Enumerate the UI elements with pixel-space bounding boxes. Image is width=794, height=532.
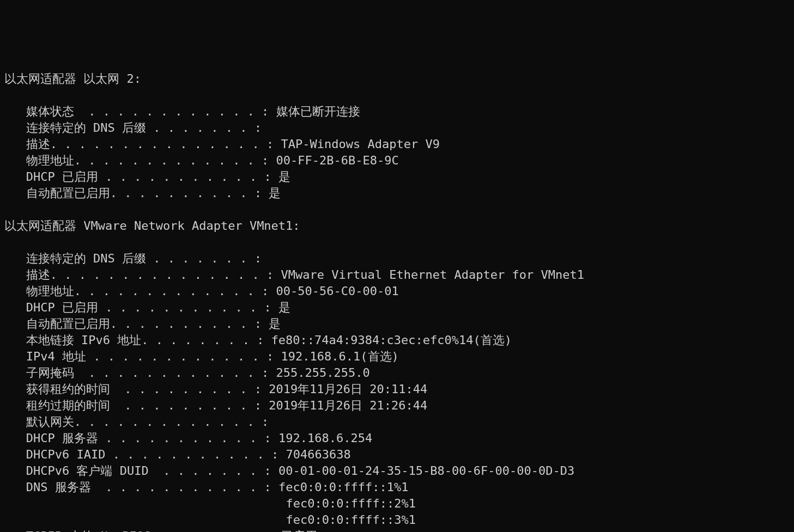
output-row: 子网掩码 . . . . . . . . . . . . : 255.255.2… — [4, 365, 790, 381]
netbios-value: 已启用 — [281, 529, 317, 532]
field-label: DHCPv6 客户端 DUID . . . . . . . : — [4, 464, 278, 478]
output-row: DHCPv6 IAID . . . . . . . . . . . : 7046… — [4, 447, 790, 463]
dhcp-enabled-value: 是 — [278, 170, 290, 184]
subnet-mask-value: 255.255.255.0 — [276, 366, 370, 380]
field-label: 物理地址. . . . . . . . . . . . . : — [4, 284, 276, 298]
output-row: 连接特定的 DNS 后缀 . . . . . . . : — [4, 120, 790, 136]
output-row: DHCP 已启用 . . . . . . . . . . . : 是 — [4, 169, 790, 185]
output-row: TCPIP 上的 NetBIOS . . . . . . . : 已启用 — [4, 528, 790, 532]
dhcpv6-duid-value: 00-01-00-01-24-35-15-B8-00-6F-00-00-0D-D… — [278, 464, 574, 478]
link-local-ipv6-value: fe80::74a4:9384:c3ec:efc0%14(首选) — [271, 333, 512, 347]
output-row: 租约过期的时间 . . . . . . . . . : 2019年11月26日 … — [4, 398, 790, 414]
dns-server-value-continued: fec0:0:0:ffff::3%1 — [4, 512, 790, 528]
field-label: 本地链接 IPv6 地址. . . . . . . . : — [4, 333, 271, 347]
dhcp-enabled-value: 是 — [278, 301, 290, 314]
field-label: 子网掩码 . . . . . . . . . . . . : — [4, 366, 276, 380]
output-row: DHCPv6 客户端 DUID . . . . . . . : 00-01-00… — [4, 463, 790, 479]
adapter-header: 以太网适配器 以太网 2: — [4, 71, 790, 87]
field-label: DHCPv6 IAID . . . . . . . . . . . : — [4, 448, 286, 461]
field-label: DHCP 已启用 . . . . . . . . . . . : — [4, 170, 278, 184]
dhcpv6-iaid-value: 704663638 — [286, 448, 351, 461]
blank-line — [4, 234, 790, 250]
field-label: DHCP 服务器 . . . . . . . . . . . : — [4, 431, 278, 445]
field-label: 自动配置已启用. . . . . . . . . . : — [4, 186, 269, 200]
field-label: 媒体状态 . . . . . . . . . . . . : — [4, 105, 276, 118]
field-label: 获得租约的时间 . . . . . . . . . : — [4, 382, 269, 396]
field-label: 连接特定的 DNS 后缀 . . . . . . . : — [4, 121, 262, 134]
output-row: 本地链接 IPv6 地址. . . . . . . . : fe80::74a4… — [4, 332, 790, 348]
output-row: IPv4 地址 . . . . . . . . . . . . : 192.16… — [4, 348, 790, 365]
output-row: 连接特定的 DNS 后缀 . . . . . . . : — [4, 250, 790, 267]
dhcp-server-value: 192.168.6.254 — [278, 431, 372, 445]
terminal-output[interactable]: 以太网适配器 以太网 2: 媒体状态 . . . . . . . . . . .… — [4, 71, 790, 532]
adapter-header: 以太网适配器 VMware Network Adapter VMnet1: — [4, 218, 790, 234]
lease-obtained-value: 2019年11月26日 20:11:44 — [269, 382, 427, 396]
output-row: 自动配置已启用. . . . . . . . . . : 是 — [4, 185, 790, 201]
field-label: 描述. . . . . . . . . . . . . . . : — [4, 268, 281, 282]
blank-line — [4, 201, 790, 218]
field-label: 默认网关. . . . . . . . . . . . . : — [4, 415, 269, 429]
field-label: DHCP 已启用 . . . . . . . . . . . : — [4, 301, 278, 314]
field-label: 连接特定的 DNS 后缀 . . . . . . . : — [4, 252, 262, 265]
output-row: 描述. . . . . . . . . . . . . . . : TAP-Wi… — [4, 136, 790, 152]
dns-server-value: fec0:0:0:ffff::1%1 — [278, 480, 408, 494]
output-row: 默认网关. . . . . . . . . . . . . : — [4, 414, 790, 430]
output-row: DHCP 服务器 . . . . . . . . . . . : 192.168… — [4, 430, 790, 447]
field-label: IPv4 地址 . . . . . . . . . . . . : — [4, 350, 281, 363]
field-label: 自动配置已启用. . . . . . . . . . : — [4, 317, 269, 331]
lease-expires-value: 2019年11月26日 21:26:44 — [269, 399, 427, 412]
output-row: 获得租约的时间 . . . . . . . . . : 2019年11月26日 … — [4, 381, 790, 398]
field-label: 租约过期的时间 . . . . . . . . . : — [4, 399, 269, 412]
autoconfig-value: 是 — [269, 317, 281, 331]
blank-line — [4, 87, 790, 103]
output-row: 物理地址. . . . . . . . . . . . . : 00-50-56… — [4, 283, 790, 299]
physical-address-value: 00-50-56-C0-00-01 — [276, 284, 399, 298]
field-label: 描述. . . . . . . . . . . . . . . : — [4, 137, 281, 151]
output-row: DNS 服务器 . . . . . . . . . . . : fec0:0:0… — [4, 479, 790, 496]
output-row: 媒体状态 . . . . . . . . . . . . : 媒体已断开连接 — [4, 103, 790, 120]
autoconfig-value: 是 — [269, 186, 281, 200]
output-row: 描述. . . . . . . . . . . . . . . : VMware… — [4, 267, 790, 283]
field-label: 物理地址. . . . . . . . . . . . . : — [4, 154, 276, 167]
output-row: DHCP 已启用 . . . . . . . . . . . : 是 — [4, 299, 790, 316]
physical-address-value: 00-FF-2B-6B-E8-9C — [276, 154, 399, 167]
dns-server-value-continued: fec0:0:0:ffff::2%1 — [4, 496, 790, 512]
ipv4-address-value: 192.168.6.1(首选) — [281, 350, 399, 363]
field-label: TCPIP 上的 NetBIOS . . . . . . . : — [4, 529, 281, 532]
output-row: 自动配置已启用. . . . . . . . . . : 是 — [4, 316, 790, 332]
description-value: TAP-Windows Adapter V9 — [281, 137, 440, 151]
field-label: DNS 服务器 . . . . . . . . . . . : — [4, 480, 278, 494]
output-row: 物理地址. . . . . . . . . . . . . : 00-FF-2B… — [4, 152, 790, 169]
description-value: VMware Virtual Ethernet Adapter for VMne… — [281, 268, 584, 282]
media-state-value: 媒体已断开连接 — [276, 105, 360, 118]
